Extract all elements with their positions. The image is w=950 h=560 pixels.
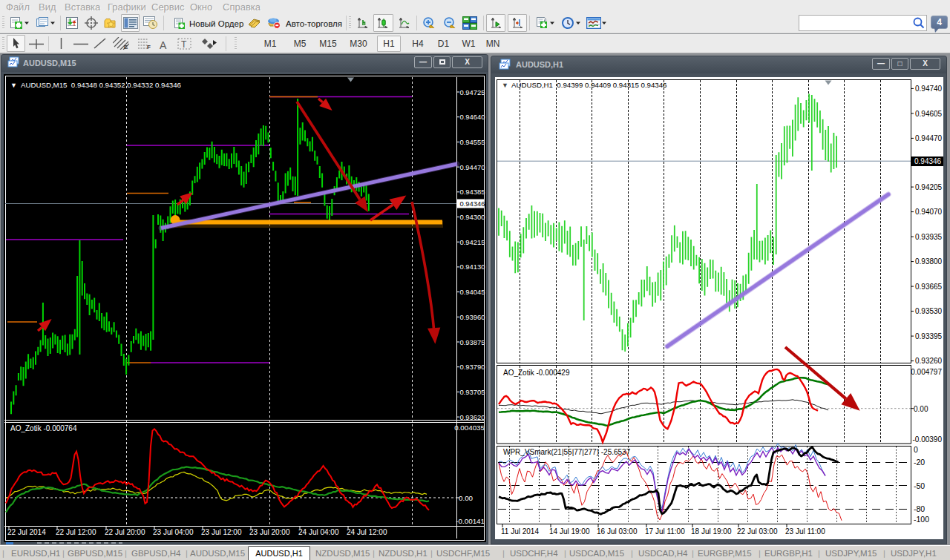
svg-text:F: F xyxy=(147,44,151,50)
svg-text:0.93620: 0.93620 xyxy=(460,413,485,421)
svg-text:AO_Zotik -0.000429: AO_Zotik -0.000429 xyxy=(503,369,570,377)
svg-text:0.94740: 0.94740 xyxy=(915,85,943,93)
svg-text:0.93935: 0.93935 xyxy=(915,233,943,241)
svg-text:0.004035: 0.004035 xyxy=(454,424,485,432)
svg-text:0.94205: 0.94205 xyxy=(915,183,943,191)
svg-text:0.94470: 0.94470 xyxy=(915,134,943,142)
svg-text:22 Jul 2014: 22 Jul 2014 xyxy=(7,528,46,536)
svg-text:-0.00390: -0.00390 xyxy=(913,435,943,444)
svg-text:0.93665: 0.93665 xyxy=(915,283,943,291)
svg-text:18 Jul 19:00: 18 Jul 19:00 xyxy=(691,527,732,536)
svg-text:0.93395: 0.93395 xyxy=(915,332,943,340)
svg-text:22 Jul 03:00: 22 Jul 03:00 xyxy=(737,527,778,536)
svg-text:0.94725: 0.94725 xyxy=(460,88,485,96)
svg-text:0.94605: 0.94605 xyxy=(915,110,943,118)
svg-text:▼: ▼ xyxy=(502,82,508,89)
svg-text:22 Jul 20:00: 22 Jul 20:00 xyxy=(105,528,145,536)
svg-text:0.94385: 0.94385 xyxy=(460,188,485,196)
svg-text:▼: ▼ xyxy=(10,82,17,89)
svg-text:0.93960: 0.93960 xyxy=(460,313,485,321)
svg-text:0.94045: 0.94045 xyxy=(460,288,485,296)
svg-text:0.93790: 0.93790 xyxy=(460,363,485,371)
svg-text:E: E xyxy=(124,44,128,50)
svg-text:23 Jul 20:00: 23 Jul 20:00 xyxy=(249,528,290,536)
svg-text:0.94070: 0.94070 xyxy=(915,208,943,216)
svg-text:22 Jul 12:00: 22 Jul 12:00 xyxy=(56,528,96,536)
svg-text:0.00: 0.00 xyxy=(914,405,928,413)
svg-text:0.94555: 0.94555 xyxy=(460,138,485,146)
svg-text:0.00: 0.00 xyxy=(459,494,474,502)
svg-text:0.94215: 0.94215 xyxy=(460,238,485,246)
svg-text:-0.00141: -0.00141 xyxy=(456,517,485,525)
svg-text:AO_Zotik -0.000764: AO_Zotik -0.000764 xyxy=(10,424,77,432)
svg-text:24 Jul 12:00: 24 Jul 12:00 xyxy=(347,528,387,536)
svg-text:0.94470: 0.94470 xyxy=(460,163,485,171)
svg-text:-80: -80 xyxy=(914,504,925,513)
svg-text:23 Jul 12:00: 23 Jul 12:00 xyxy=(201,528,242,536)
svg-text:24 Jul 04:00: 24 Jul 04:00 xyxy=(298,528,339,536)
svg-text:0.94300: 0.94300 xyxy=(460,213,485,221)
svg-text:14 Jul 19:00: 14 Jul 19:00 xyxy=(549,527,590,536)
svg-text:0.93875: 0.93875 xyxy=(460,338,485,346)
svg-text:WPR_VSmark(21|55|77|277) -25.6: WPR_VSmark(21|55|77|277) -25.6537 xyxy=(503,448,631,456)
svg-text:16 Jul 03:00: 16 Jul 03:00 xyxy=(597,527,638,536)
svg-text:0: 0 xyxy=(914,445,918,454)
svg-text:0.93800: 0.93800 xyxy=(915,257,943,266)
svg-text:0.94346: 0.94346 xyxy=(914,157,942,165)
svg-text:17 Jul 11:00: 17 Jul 11:00 xyxy=(645,527,685,536)
svg-text:T: T xyxy=(181,39,187,50)
svg-text:0.94130: 0.94130 xyxy=(460,263,485,271)
svg-text:AUDUSD,M15 0.94348 0.94352 0.: AUDUSD,M15 0.94348 0.94352 0.94332 0.943… xyxy=(21,81,181,89)
svg-text:11 Jul 2014: 11 Jul 2014 xyxy=(501,527,539,536)
svg-text:0.004797: 0.004797 xyxy=(911,368,942,376)
svg-text:23 Jul 04:00: 23 Jul 04:00 xyxy=(153,528,194,536)
svg-text:0.94346: 0.94346 xyxy=(460,200,485,208)
svg-text:-100: -100 xyxy=(914,515,929,524)
svg-text:-20: -20 xyxy=(914,458,925,467)
svg-text:-50: -50 xyxy=(914,481,925,490)
svg-text:23 Jul 11:00: 23 Jul 11:00 xyxy=(785,527,825,536)
svg-text:0.93705: 0.93705 xyxy=(460,388,485,396)
svg-text:0.94640: 0.94640 xyxy=(460,113,485,121)
svg-text:AUDUSD,H1 0.94399 0.94409 0.9: AUDUSD,H1 0.94399 0.94409 0.94315 0.9434… xyxy=(511,81,667,89)
svg-text:0.93530: 0.93530 xyxy=(915,307,943,315)
svg-text:0.93260: 0.93260 xyxy=(915,357,943,365)
